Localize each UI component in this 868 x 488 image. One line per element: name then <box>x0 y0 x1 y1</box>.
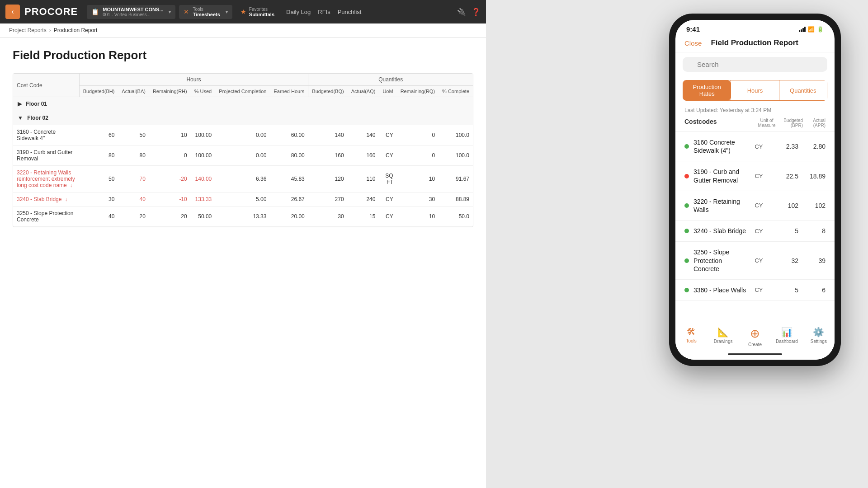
status-time: 9:41 <box>686 25 700 33</box>
nav-link-punchlist[interactable]: Punchlist <box>338 9 362 15</box>
project-icon: 📋 <box>91 8 99 15</box>
row-3250-remaining-rh: 20 <box>149 206 191 227</box>
item-actual-3220: 102 <box>803 202 826 209</box>
tab-hours[interactable]: Hours <box>731 80 779 100</box>
row-3240-budgeted-bh: 30 <box>79 192 118 206</box>
phone-nav-settings[interactable]: ⚙️ Settings <box>803 325 835 349</box>
item-name-3250: 3250 - Slope Protection Concrete <box>693 248 746 273</box>
expand-floor01-icon[interactable]: ▶ <box>18 101 22 107</box>
row-3190-budgeted-bq: 160 <box>308 145 348 166</box>
row-3250-earned-hours: 20.00 <box>270 206 308 227</box>
phone-nav-tools[interactable]: 🛠 Tools <box>675 325 707 349</box>
nav-tools-selector[interactable]: ✕ Tools Timesheets ▾ <box>179 5 232 19</box>
table-row: 3160 - Concrete Sidewalk 4" 60 50 10 100… <box>13 125 473 145</box>
phone-search-input[interactable] <box>683 57 827 72</box>
battery-icon: 🔋 <box>817 26 824 33</box>
item-uom-3190: CY <box>751 173 767 179</box>
status-dot-green-3250-icon <box>684 258 689 263</box>
row-3160-remaining-rh: 10 <box>149 125 191 145</box>
group-row-floor01[interactable]: ▶ Floor 01 <box>13 97 473 111</box>
nav-back-button[interactable]: ‹ <box>5 5 20 19</box>
row-3190-uom: CY <box>379 145 396 166</box>
project-chevron-icon: ▾ <box>169 9 171 14</box>
row-3190-remaining-rh: 0 <box>149 145 191 166</box>
item-uom-3240: CY <box>751 228 767 235</box>
row-3160-name: 3160 - Concrete Sidewalk 4" <box>13 125 79 145</box>
nav-link-daily-log[interactable]: Daily Log <box>286 9 311 15</box>
item-budgeted-3360: 5 <box>771 286 798 294</box>
phone-nav-drawings[interactable]: 📐 Drawings <box>707 325 739 349</box>
phone-container: 9:41 📶 🔋 Close Field Production Report <box>669 14 841 366</box>
breadcrumb-project-reports[interactable]: Project Reports <box>9 27 47 33</box>
row-3240-proj-completion: 5.00 <box>215 192 270 206</box>
create-nav-label: Create <box>748 342 762 347</box>
breadcrumb: Project Reports › Production Report <box>0 23 486 38</box>
row-3220-pct-used: 140.00 <box>191 166 216 192</box>
row-3220-uom: SQ FT <box>379 166 396 192</box>
row-3190-budgeted-bh: 80 <box>79 145 118 166</box>
row-3250-pct-used: 50.00 <box>191 206 216 227</box>
row-3190-name: 3190 - Curb and Gutter Removal <box>13 145 79 166</box>
settings-nav-icon: ⚙️ <box>813 327 824 338</box>
phone-tabs-group: Production Rates Hours Quantities <box>683 80 827 101</box>
tools-nav-label: Tools <box>686 338 697 343</box>
col-header-proj-completion: Projected Completion <box>215 86 270 97</box>
row-3220-budgeted-bq: 120 <box>308 166 348 192</box>
tab-quantities[interactable]: Quantities <box>779 80 827 100</box>
col-header-actual-aq: Actual(AQ) <box>348 86 379 97</box>
settings-nav-label: Settings <box>811 339 827 344</box>
row-3160-uom: CY <box>379 125 396 145</box>
row-3240-pct-used: 133.33 <box>191 192 216 206</box>
row-3220-proj-completion: 6.36 <box>215 166 270 192</box>
phone-nav-create[interactable]: ⊕ Create <box>739 325 771 349</box>
row-3250-remaining-rq: 10 <box>397 206 439 227</box>
row-3160-actual-ba: 50 <box>118 125 149 145</box>
phone-close-button[interactable]: Close <box>684 39 702 47</box>
row-3240-pct-complete: 88.89 <box>439 192 473 206</box>
col-header-earned-hours: Earned Hours <box>270 86 308 97</box>
row-3240-remaining-rq: 30 <box>397 192 439 206</box>
nav-project-selector[interactable]: 📋 MOUNTAINWEST CONS... 001 - Vortex Busi… <box>87 5 175 19</box>
table-row: 3250 - Slope Protection Concrete 40 20 2… <box>13 206 473 227</box>
phone-status-bar: 9:41 📶 🔋 <box>675 20 835 35</box>
main-content: Field Production Report Cost Code Hours … <box>0 38 486 488</box>
create-nav-icon: ⊕ <box>750 327 760 341</box>
col-header-qty-group: Quantities <box>308 74 473 86</box>
nav-favorites[interactable]: ★ Favorites Submittals <box>236 5 279 19</box>
phone-home-indicator <box>675 351 835 360</box>
col-header-uom: UoM <box>379 86 396 97</box>
report-table-container: Cost Code Hours Quantities Budgeted(BH) … <box>13 73 473 227</box>
phone-nav-dashboard[interactable]: 📊 Dashboard <box>771 325 802 349</box>
row-3190-pct-complete: 100.0 <box>439 145 473 166</box>
phone-list: 3160 Concrete Sidewalk (4") CY 2.33 2.80… <box>675 132 835 321</box>
status-dot-green-3360-icon <box>684 288 689 292</box>
phone-title: Field Production Report <box>711 38 798 47</box>
row-3190-actual-aq: 160 <box>348 145 379 166</box>
status-dot-red-icon <box>684 174 689 178</box>
row-3240-budgeted-bq: 270 <box>308 192 348 206</box>
tab-production-rates[interactable]: Production Rates <box>683 80 731 100</box>
help-icon-button[interactable]: ❓ <box>472 8 481 16</box>
table-body: ▶ Floor 01 ▼ Floor 02 3160 - Concrete Si… <box>13 97 473 227</box>
expand-floor02-icon[interactable]: ▼ <box>18 115 23 121</box>
plugin-icon-button[interactable]: 🔌 <box>457 8 466 16</box>
status-dot-green-icon <box>684 144 689 149</box>
nav-link-rfis[interactable]: RFIs <box>318 9 330 15</box>
item-budgeted-3220: 102 <box>771 202 798 209</box>
item-name-3190: 3190 - Curb and Gutter Removal <box>693 168 746 184</box>
drawings-nav-label: Drawings <box>714 339 733 344</box>
list-item: 3160 Concrete Sidewalk (4") CY 2.33 2.80 <box>675 132 835 161</box>
group-row-floor02[interactable]: ▼ Floor 02 <box>13 111 473 125</box>
row-3250-actual-ba: 20 <box>118 206 149 227</box>
row-3220-budgeted-bh: 50 <box>79 166 118 192</box>
row-3250-budgeted-bq: 30 <box>308 206 348 227</box>
floor01-label: Floor 01 <box>26 101 47 107</box>
item-actual-3160: 2.80 <box>803 143 826 150</box>
item-budgeted-3240: 5 <box>771 227 798 235</box>
phone-search-wrapper: 🔍 <box>683 57 827 72</box>
project-sub: 001 - Vortex Business... <box>103 12 163 17</box>
item-actual-3240: 8 <box>803 227 826 235</box>
item-uom-3360: CY <box>751 286 767 293</box>
item-name-3360: 3360 - Place Walls <box>693 286 746 294</box>
favorites-label: Favorites <box>249 7 274 12</box>
